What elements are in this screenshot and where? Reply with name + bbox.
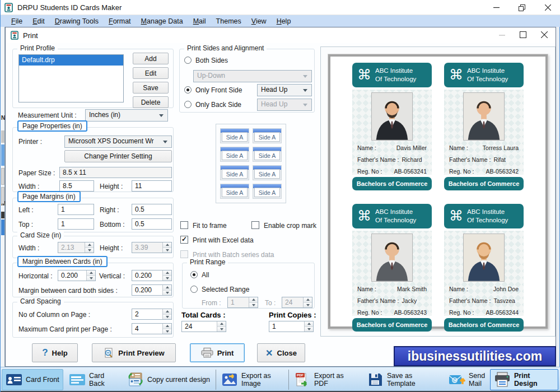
back-side-radio[interactable] — [184, 101, 192, 108]
toolbar-card-front[interactable]: Card Front — [2, 369, 63, 390]
spinner[interactable] — [162, 309, 171, 319]
margin-bottom-field[interactable]: 0.5 — [132, 218, 172, 230]
menu-themes[interactable]: Themes — [211, 16, 246, 26]
menu-mail[interactable]: Mail — [188, 16, 211, 26]
side-a-tile[interactable]: Side A — [253, 147, 282, 162]
restore-icon[interactable] — [509, 0, 535, 15]
page-width-field[interactable]: 8.5 — [59, 180, 94, 192]
print-button[interactable]: Print — [190, 343, 245, 362]
paper-size-field: 8.5 x 11 — [59, 167, 172, 178]
front-align-select[interactable]: Head Up — [257, 84, 312, 96]
spinner — [85, 242, 94, 253]
to-stepper: 24 — [282, 297, 312, 308]
side-a-tile[interactable]: Side A — [253, 184, 282, 199]
card-size-label: Card Size (in) — [17, 231, 64, 239]
margin-right-field[interactable]: 0.5 — [132, 204, 172, 215]
minimize-icon[interactable] — [483, 0, 509, 15]
side-a-tile[interactable]: Side A — [220, 165, 249, 180]
menu-help[interactable]: Help — [272, 16, 296, 26]
batch-series-checkbox — [180, 250, 188, 258]
id-card[interactable]: ⌘ABC InstituteOf Technology Name :Mark S… — [352, 204, 432, 330]
close-icon[interactable] — [535, 0, 560, 15]
dialog-close-icon[interactable] — [541, 30, 548, 40]
side-a-tile[interactable]: Side A — [253, 165, 282, 180]
side-a-tile[interactable]: Side A — [220, 147, 249, 162]
father-name: Father's Name :Richard — [357, 156, 427, 163]
side-grid: Side ASide ASide ASide ASide ASide ASide… — [216, 124, 286, 203]
margin-left-field[interactable]: 1 — [58, 204, 94, 215]
columns-stepper[interactable]: 2 — [132, 309, 172, 320]
spinner[interactable] — [162, 324, 171, 334]
front-side-radio[interactable] — [184, 86, 192, 94]
margin-top-label: Top : — [18, 221, 33, 228]
menu-view[interactable]: View — [246, 16, 272, 26]
student-photo — [371, 92, 413, 141]
dialog-maximize-icon[interactable] — [520, 30, 526, 40]
add-button[interactable]: Add — [133, 53, 169, 64]
measurement-unit-label: Measurement Unit : — [18, 111, 77, 119]
reg-no-label: Reg. No : — [357, 309, 382, 316]
toolbar-print-design[interactable]: Print Design — [490, 369, 558, 390]
course-banner: Bachelors of Commerce — [444, 177, 524, 190]
print-copies-stepper[interactable]: 1 — [269, 321, 314, 332]
measurement-unit-select[interactable]: Inches (in) — [85, 109, 168, 122]
card-spacing-group: Card Spacing No of Column on Page : 2 Ma… — [12, 302, 174, 338]
spinner[interactable] — [86, 270, 95, 281]
total-cards-label: Total Cards : — [181, 311, 226, 319]
back-align-select: Head Up — [257, 99, 312, 111]
margin-top-field[interactable]: 1 — [58, 218, 94, 230]
change-printer-setting-button[interactable]: Change Printer Setting — [64, 150, 172, 162]
id-card[interactable]: ⌘ABC InstituteOf Technology Name :John D… — [444, 204, 524, 330]
card-height-stepper: 3.39 — [132, 242, 172, 253]
horizontal-stepper[interactable]: 0.200 — [58, 270, 96, 281]
toolbar-send-mail[interactable]: @ Send Mail — [445, 369, 493, 390]
side-a-tile[interactable]: Side A — [220, 128, 249, 143]
edit-button[interactable]: Edit — [133, 67, 169, 79]
menu-drawing-tools[interactable]: Drawing Tools — [50, 16, 104, 26]
command-logo-icon: ⌘ — [357, 209, 371, 223]
profile-listbox[interactable]: Default.drp — [18, 54, 124, 102]
profile-list-item[interactable]: Default.drp — [19, 55, 123, 66]
spinner[interactable] — [162, 270, 171, 281]
save-button[interactable]: Save — [133, 82, 169, 94]
fit-to-frame-checkbox[interactable] — [180, 221, 188, 229]
id-card[interactable]: ⌘ABC InstituteOf Technology Name :Torres… — [444, 63, 524, 189]
margin-both-sides-stepper[interactable]: 0.200 — [132, 284, 172, 296]
print-preview-button[interactable]: Print Preview — [92, 343, 176, 362]
toolbar-card-back[interactable]: Card Back — [66, 369, 122, 390]
toolbar-copy-design[interactable]: Copy current design — [124, 369, 213, 390]
close-button[interactable]: ✕ Close — [257, 343, 305, 362]
dialog-minimize-icon[interactable] — [499, 30, 505, 40]
side-a-tile[interactable]: Side A — [253, 128, 282, 143]
menu-manage-data[interactable]: Manage Data — [136, 16, 188, 26]
crop-mark-checkbox[interactable] — [251, 221, 259, 229]
menu-format[interactable]: Format — [104, 16, 136, 26]
max-cards-stepper[interactable]: 4 — [132, 323, 172, 334]
delete-button[interactable]: Delete — [133, 96, 169, 108]
spinner[interactable] — [304, 321, 313, 332]
selected-range-radio[interactable] — [190, 286, 198, 293]
father-name-value: Jacky — [402, 297, 417, 304]
menu-edit[interactable]: Edit — [27, 16, 50, 26]
card-back-icon — [69, 372, 86, 388]
main-titlebar: DRPU Students ID Cards Maker — [1, 0, 560, 15]
menu-file[interactable]: File — [6, 16, 27, 26]
help-button[interactable]: ? Help — [32, 343, 78, 362]
toolbar-save-template[interactable]: Save as Template — [363, 369, 443, 390]
both-sides-radio[interactable] — [184, 57, 192, 64]
total-cards-stepper[interactable]: 24 — [181, 321, 226, 332]
spinner[interactable] — [217, 321, 226, 332]
page-height-field[interactable]: 11 — [132, 180, 172, 192]
range-all-radio[interactable] — [190, 271, 198, 278]
spinner — [162, 242, 171, 253]
toolbar-export-image[interactable]: Export as Image — [218, 369, 287, 390]
excel-data-checkbox[interactable] — [180, 236, 188, 244]
printer-select[interactable]: Microsoft XPS Document Wr — [64, 136, 172, 148]
student-photo — [463, 234, 505, 282]
vertical-stepper[interactable]: 0.200 — [132, 270, 172, 281]
reg-no-value: AB-0563244 — [486, 309, 519, 316]
id-card[interactable]: ⌘ABC InstituteOf Technology Name :Davis … — [352, 63, 432, 189]
toolbar-export-pdf[interactable]: PDF Export as PDF — [291, 369, 361, 390]
side-a-tile[interactable]: Side A — [220, 184, 249, 199]
spinner[interactable] — [162, 285, 171, 295]
